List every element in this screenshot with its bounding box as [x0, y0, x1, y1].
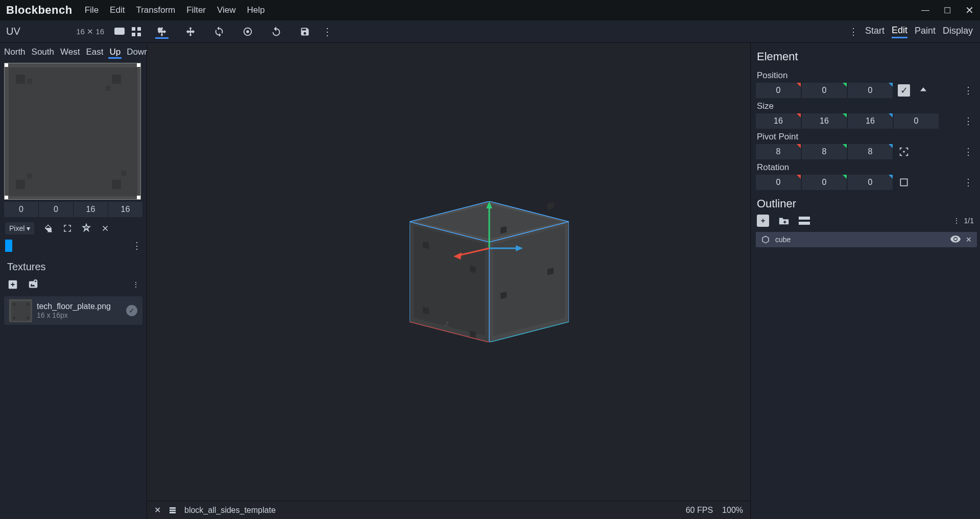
status-close-icon[interactable]: ✕	[154, 505, 161, 515]
menu-file[interactable]: File	[85, 5, 99, 15]
rotation-more-icon[interactable]: ⋮	[964, 177, 977, 188]
rotation-x[interactable]: 0	[756, 175, 801, 190]
statusbar: ✕ block_all_sides_template 60 FPS 100%	[147, 501, 750, 519]
mode-tabs-more-icon[interactable]: ⋮	[849, 26, 858, 37]
texture-item[interactable]: tech_floor_plate.png 16 x 16px ✓	[4, 296, 142, 325]
uv-header: UV 16 ✕ 16	[0, 26, 147, 37]
rotate-tool-icon[interactable]	[212, 25, 226, 38]
uv-viewport[interactable]	[4, 63, 142, 200]
uv-screen-icon[interactable]	[114, 27, 125, 36]
pivot-label: Pivot Point	[756, 129, 977, 144]
status-format-icon[interactable]	[168, 506, 177, 515]
svg-rect-28	[27, 317, 29, 319]
fullscreen-icon[interactable]	[63, 224, 72, 233]
uv-coord-y1[interactable]: 0	[39, 202, 74, 217]
position-more-icon[interactable]: ⋮	[964, 85, 977, 96]
close-icon[interactable]: ✕	[965, 4, 974, 16]
tab-edit[interactable]: Edit	[892, 25, 907, 38]
svg-rect-2	[132, 27, 135, 31]
uv-grid-icon[interactable]	[132, 27, 141, 36]
pivot-more-icon[interactable]: ⋮	[964, 146, 977, 157]
uv-coord-y2[interactable]: 16	[108, 202, 142, 217]
face-tab-down[interactable]: Down	[126, 47, 150, 59]
maximize-icon[interactable]: ☐	[944, 6, 951, 15]
size-inflate[interactable]: 0	[894, 113, 939, 129]
uv-coord-x2[interactable]: 16	[74, 202, 108, 217]
snap-mode-select[interactable]: Pixel ▾	[5, 222, 34, 234]
window-controls: — ☐ ✕	[921, 4, 974, 16]
resize-tool-icon[interactable]	[184, 25, 197, 38]
menu-view[interactable]: View	[217, 5, 236, 15]
svg-point-56	[903, 151, 905, 153]
viewport-wrap: -Z ✕ block_all_sides_template 60 FPS 100…	[147, 43, 750, 519]
create-texture-icon[interactable]	[28, 279, 39, 290]
tab-start[interactable]: Start	[865, 26, 885, 37]
move-tool-icon[interactable]	[155, 26, 169, 39]
add-cube-icon[interactable]: +	[757, 215, 769, 227]
size-y[interactable]: 16	[802, 113, 847, 129]
pivot-row: 8 8 8 ⋮	[756, 144, 977, 159]
pivot-y[interactable]: 8	[802, 144, 847, 159]
svg-rect-15	[16, 180, 25, 189]
size-x[interactable]: 16	[756, 113, 801, 129]
rotation-y[interactable]: 0	[802, 175, 847, 190]
minimize-icon[interactable]: —	[921, 6, 929, 15]
svg-rect-3	[137, 27, 141, 31]
uv-resolution: 16 ✕ 16	[76, 27, 104, 36]
visibility-icon[interactable]	[950, 235, 961, 244]
rotation-rescale-icon[interactable]	[896, 175, 912, 190]
svg-rect-13	[112, 75, 121, 84]
vertex-snap-icon[interactable]	[270, 25, 283, 38]
3d-viewport[interactable]: -Z	[147, 43, 750, 501]
color-row: ⋮	[0, 240, 147, 256]
clear-uv-icon[interactable]	[101, 224, 110, 233]
face-tab-west[interactable]: West	[59, 47, 81, 59]
texture-applied-icon[interactable]: ✓	[126, 305, 137, 316]
status-zoom: 100%	[722, 506, 743, 515]
uv-coord-x1[interactable]: 0	[4, 202, 39, 217]
texture-thumb	[9, 299, 32, 322]
toggle-all-icon[interactable]	[799, 217, 810, 225]
face-tab-east[interactable]: East	[85, 47, 104, 59]
save-icon[interactable]	[298, 25, 312, 38]
tab-paint[interactable]: Paint	[915, 26, 936, 37]
outliner-more-icon[interactable]: ⋮	[953, 217, 960, 225]
brush-controls: Pixel ▾ A	[0, 217, 147, 240]
remove-item-icon[interactable]: ✕	[966, 235, 972, 244]
pivot-z[interactable]: 8	[848, 144, 893, 159]
menu-transform[interactable]: Transform	[136, 5, 175, 15]
tab-display[interactable]: Display	[943, 26, 973, 37]
menu-edit[interactable]: Edit	[110, 5, 125, 15]
color-more-icon[interactable]: ⋮	[132, 240, 141, 251]
toolbar-more-icon[interactable]: ⋮	[321, 25, 334, 38]
position-lock-icon[interactable]: ✓	[896, 83, 912, 98]
svg-rect-26	[27, 303, 29, 305]
face-tab-south[interactable]: South	[31, 47, 55, 59]
import-texture-icon[interactable]	[7, 279, 18, 290]
color-swatch[interactable]	[5, 240, 12, 252]
pivot-tool-icon[interactable]	[241, 25, 254, 38]
svg-rect-40	[547, 202, 554, 210]
size-z[interactable]: 16	[848, 113, 893, 129]
rotation-z[interactable]: 0	[848, 175, 893, 190]
menu-help[interactable]: Help	[247, 5, 265, 15]
textures-more-icon[interactable]: ⋮	[132, 280, 139, 289]
position-up-icon[interactable]	[915, 83, 931, 98]
add-group-icon[interactable]	[778, 216, 790, 226]
svg-rect-18	[121, 171, 126, 176]
svg-rect-14	[106, 86, 111, 91]
cube-render: -Z	[410, 201, 569, 342]
menu-filter[interactable]: Filter	[186, 5, 206, 15]
svg-rect-27	[13, 317, 15, 319]
outliner-item[interactable]: cube ✕	[756, 232, 977, 247]
pivot-x[interactable]: 8	[756, 144, 801, 159]
position-z[interactable]: 0	[848, 83, 893, 98]
fill-icon[interactable]	[43, 223, 54, 233]
size-more-icon[interactable]: ⋮	[964, 115, 977, 127]
position-x[interactable]: 0	[756, 83, 801, 98]
pivot-center-icon[interactable]	[896, 144, 912, 159]
auto-uv-icon[interactable]: A	[81, 223, 91, 233]
face-tab-north[interactable]: North	[3, 47, 27, 59]
position-y[interactable]: 0	[802, 83, 847, 98]
face-tab-up[interactable]: Up	[108, 47, 122, 59]
